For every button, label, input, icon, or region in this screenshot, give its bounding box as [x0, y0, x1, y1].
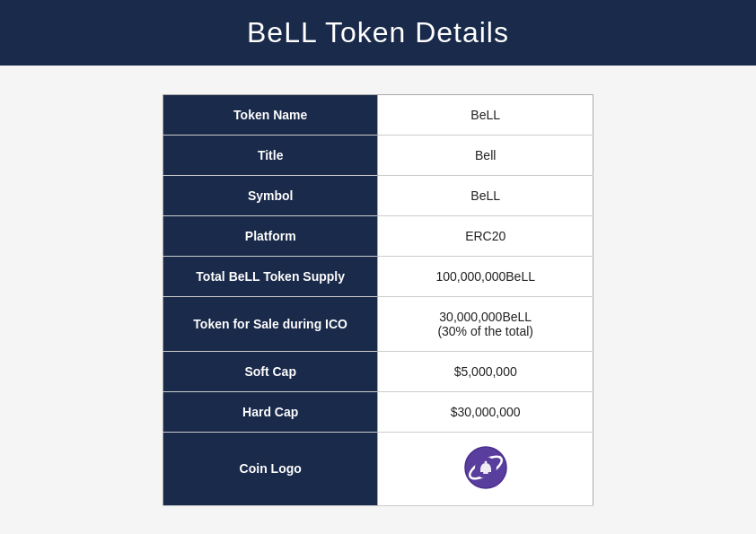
row-value: $30,000,000: [378, 391, 593, 432]
row-label: Title: [163, 135, 378, 175]
row-label: Symbol: [163, 175, 378, 215]
coin-logo-svg: [463, 445, 508, 490]
table-row: Soft Cap$5,000,000: [163, 351, 593, 391]
table-row: TitleBell: [163, 135, 593, 175]
main-content: Token NameBeLLTitleBellSymbolBeLLPlatfor…: [145, 66, 611, 534]
page-header: BeLL Token Details: [0, 0, 756, 66]
table-row: Total BeLL Token Supply100,000,000BeLL: [163, 256, 593, 296]
row-label: Token Name: [163, 94, 378, 135]
page-title: BeLL Token Details: [0, 16, 756, 49]
row-value: BeLL: [378, 175, 593, 215]
table-row: Token for Sale during ICO30,000,000BeLL(…: [163, 296, 593, 351]
table-row: SymbolBeLL: [163, 175, 593, 215]
table-row: Token NameBeLL: [163, 94, 593, 135]
token-details-table: Token NameBeLLTitleBellSymbolBeLLPlatfor…: [163, 94, 593, 506]
table-row: PlatformERC20: [163, 215, 593, 256]
row-value: 30,000,000BeLL(30% of the total): [378, 296, 593, 351]
row-label: Platform: [163, 215, 378, 256]
row-value: $5,000,000: [378, 351, 593, 391]
row-value: Bell: [378, 135, 593, 175]
row-label: Coin Logo: [163, 432, 378, 505]
row-label: Token for Sale during ICO: [163, 296, 378, 351]
table-row: Hard Cap$30,000,000: [163, 391, 593, 432]
table-row: Coin Logo: [163, 432, 593, 505]
row-value: 100,000,000BeLL: [378, 256, 593, 296]
row-label: Total BeLL Token Supply: [163, 256, 378, 296]
row-label: Hard Cap: [163, 391, 378, 432]
svg-point-4: [484, 460, 487, 463]
svg-rect-3: [483, 472, 488, 474]
row-label: Soft Cap: [163, 351, 378, 391]
row-value: [378, 432, 593, 505]
row-value: ERC20: [378, 215, 593, 256]
row-value: BeLL: [378, 94, 593, 135]
